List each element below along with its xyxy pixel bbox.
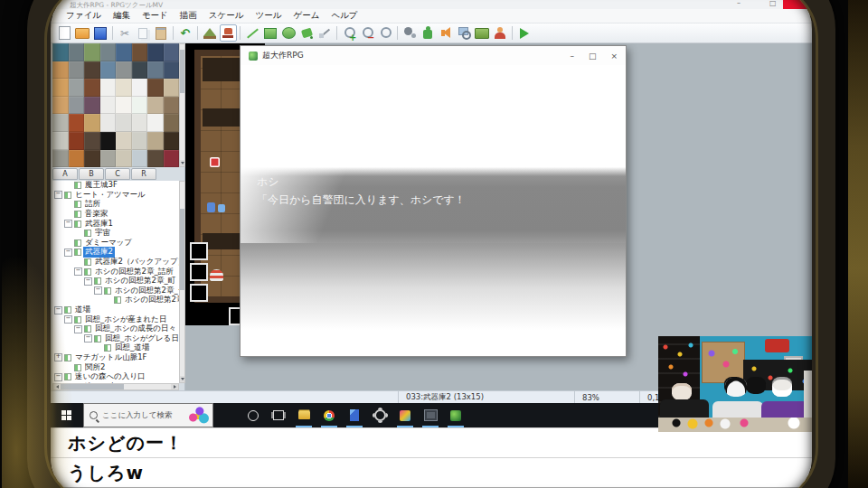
menu-item[interactable]: 編集 xyxy=(113,10,130,22)
palette-tile[interactable] xyxy=(84,79,100,97)
menu-item[interactable]: スケール xyxy=(209,10,244,22)
menu-item[interactable]: ヘルプ xyxy=(331,10,357,22)
paste-icon[interactable] xyxy=(153,24,170,42)
tree-toggle-icon[interactable] xyxy=(54,306,62,314)
explorer-icon[interactable] xyxy=(291,403,316,427)
ellipse-tool-icon[interactable] xyxy=(280,24,297,42)
palette-tile[interactable] xyxy=(100,150,117,167)
palette-tile[interactable] xyxy=(69,97,85,115)
event-search-icon[interactable] xyxy=(456,24,473,42)
palette-tile[interactable] xyxy=(84,150,100,167)
palette-tile[interactable] xyxy=(84,114,100,132)
menu-item[interactable]: モード xyxy=(142,10,168,22)
palette-scrollbar[interactable] xyxy=(179,43,185,167)
scroll-down-icon[interactable] xyxy=(180,160,184,166)
map-tree-item[interactable]: ホシの回想第2章_シータの xyxy=(52,296,179,305)
map-tree[interactable]: 魔王城3F ヒート・アツマール 詰所 音楽家 xyxy=(52,181,179,383)
palette-tile[interactable] xyxy=(132,132,148,150)
map-event-cell[interactable] xyxy=(190,263,208,281)
palette-tile[interactable] xyxy=(147,114,164,132)
editor-minimize-button[interactable]: – xyxy=(737,0,741,7)
palette-tile[interactable] xyxy=(52,150,69,167)
palette-tile[interactable] xyxy=(132,79,148,97)
palette-tile[interactable] xyxy=(116,132,132,150)
tree-toggle-icon[interactable] xyxy=(74,267,82,276)
palette-tile[interactable] xyxy=(132,61,148,80)
palette-tile[interactable] xyxy=(69,150,85,167)
open-icon[interactable] xyxy=(74,24,91,42)
palette-tile[interactable] xyxy=(52,79,69,97)
palette-tab[interactable]: B xyxy=(79,168,104,180)
map-event-cell[interactable] xyxy=(190,242,208,260)
palette-tile[interactable] xyxy=(116,114,132,132)
map-mode-icon[interactable] xyxy=(202,24,219,42)
palette-tile[interactable] xyxy=(147,150,164,167)
tree-toggle-icon[interactable] xyxy=(64,249,72,257)
palette-tile[interactable] xyxy=(132,43,148,61)
palette-tile[interactable] xyxy=(164,79,180,97)
undo-icon[interactable] xyxy=(177,24,194,42)
database-icon[interactable] xyxy=(401,24,419,42)
rect-tool-icon[interactable] xyxy=(262,24,279,42)
playtest-icon[interactable] xyxy=(516,24,533,42)
plugin-manager-icon[interactable] xyxy=(420,24,437,42)
palette-tile[interactable] xyxy=(132,114,148,132)
palette-tab[interactable]: C xyxy=(105,168,130,180)
scroll-left-icon[interactable] xyxy=(53,384,61,389)
zoom-in-icon[interactable] xyxy=(341,24,358,42)
editor-maximize-button[interactable]: □ xyxy=(769,0,777,7)
palette-tile[interactable] xyxy=(164,150,180,167)
cut-icon[interactable] xyxy=(117,24,134,42)
map-event-cell[interactable] xyxy=(190,284,208,302)
task-view-icon[interactable] xyxy=(266,403,291,427)
tree-toggle-icon[interactable] xyxy=(54,373,62,381)
new-icon[interactable] xyxy=(56,24,73,42)
tree-toggle-icon[interactable] xyxy=(54,353,62,361)
event-mode-icon[interactable] xyxy=(220,24,237,42)
palette-tile[interactable] xyxy=(52,114,69,132)
tree-toggle-icon[interactable] xyxy=(94,286,102,295)
palette-tile[interactable] xyxy=(164,43,180,61)
palette-tile[interactable] xyxy=(100,61,117,80)
palette-tile[interactable] xyxy=(52,132,69,150)
tree-toggle-icon[interactable] xyxy=(54,191,62,199)
palette-tile[interactable] xyxy=(69,79,85,97)
scroll-right-icon[interactable] xyxy=(171,384,178,389)
shadow-tool-icon[interactable] xyxy=(316,24,334,42)
palette-tile[interactable] xyxy=(147,97,164,115)
taskbar-search-input[interactable]: ここに入力して検索 xyxy=(83,403,213,427)
resource-manager-icon[interactable] xyxy=(474,24,491,42)
palette-tile[interactable] xyxy=(100,43,117,61)
menu-item[interactable]: ツール xyxy=(256,10,282,22)
zoom-reset-icon[interactable] xyxy=(377,24,394,42)
palette-tile[interactable] xyxy=(147,132,164,150)
copy-icon[interactable] xyxy=(135,24,152,42)
tree-toggle-icon[interactable] xyxy=(64,220,72,228)
editor-titlebar[interactable]: 超大作RPG - RPGツクールMV – □ xyxy=(50,0,816,9)
start-button[interactable] xyxy=(50,403,83,427)
map-tree-item[interactable]: 詰所 xyxy=(52,200,179,210)
palette-tile[interactable] xyxy=(116,43,132,61)
capture-app-icon[interactable] xyxy=(418,403,443,427)
chrome-icon[interactable] xyxy=(316,403,342,427)
game-close-button[interactable]: × xyxy=(610,52,618,61)
palette-tile[interactable] xyxy=(116,79,132,97)
game-maximize-button[interactable]: □ xyxy=(589,52,597,61)
map-tree-item[interactable]: 武器庫1 xyxy=(52,219,179,229)
tree-toggle-icon[interactable] xyxy=(84,277,92,286)
palette-tile[interactable] xyxy=(52,43,69,61)
palette-tile[interactable] xyxy=(84,132,100,150)
palette-tile[interactable] xyxy=(100,79,117,97)
map-tree-item[interactable]: ダミーマップ xyxy=(52,239,179,249)
sound-test-icon[interactable] xyxy=(438,24,455,42)
zoom-out-icon[interactable] xyxy=(359,24,376,42)
palette-tile[interactable] xyxy=(116,61,132,80)
menu-item[interactable]: ファイル xyxy=(66,10,101,22)
save-icon[interactable] xyxy=(92,24,109,42)
tree-toggle-icon[interactable] xyxy=(74,325,82,333)
palette-tile[interactable] xyxy=(69,132,85,150)
map-tree-item[interactable]: 音楽家 xyxy=(52,210,179,220)
palette-tab[interactable]: R xyxy=(131,168,156,180)
map-tree-item[interactable]: ヒート・アツマール xyxy=(52,191,179,201)
rpg-maker-icon[interactable] xyxy=(443,403,468,427)
